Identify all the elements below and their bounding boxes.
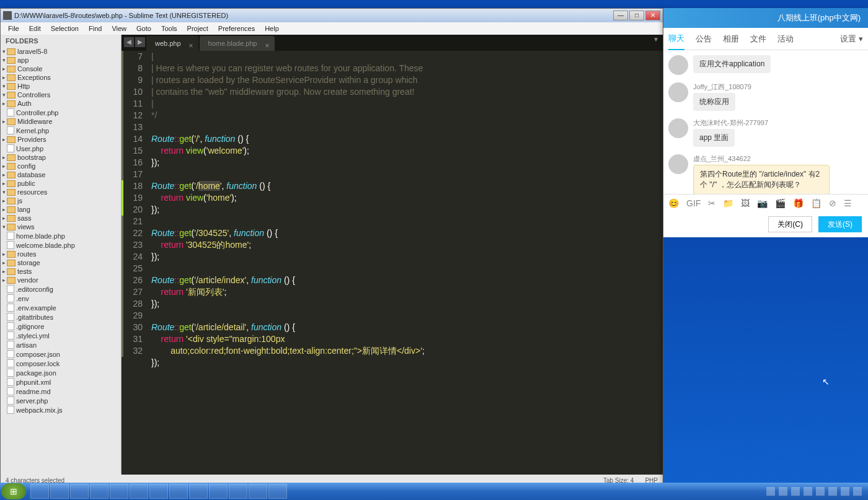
tray-icon[interactable] bbox=[828, 487, 837, 496]
expand-arrow-icon[interactable]: ▸ bbox=[1, 66, 7, 72]
close-chat-button[interactable]: 关闭(C) bbox=[768, 216, 812, 232]
tray-icon[interactable] bbox=[853, 487, 862, 496]
menu-find[interactable]: Find bbox=[84, 24, 107, 33]
expand-arrow-icon[interactable]: ▾ bbox=[1, 92, 7, 98]
folder-item-routes[interactable]: ▸routes bbox=[1, 250, 121, 258]
file-item-webpack-mix-js[interactable]: webpack.mix.js bbox=[1, 405, 121, 414]
expand-arrow-icon[interactable]: ▾ bbox=[1, 83, 7, 89]
task-item[interactable] bbox=[249, 484, 267, 499]
expand-arrow-icon[interactable]: ▸ bbox=[1, 118, 7, 125]
task-item[interactable] bbox=[209, 484, 228, 499]
msg-bubble[interactable]: 统称应用 bbox=[693, 93, 735, 111]
expand-arrow-icon[interactable]: ▾ bbox=[1, 57, 7, 63]
file-item-server-php[interactable]: server.php bbox=[1, 396, 121, 405]
task-item[interactable] bbox=[50, 484, 69, 499]
menu-preferences[interactable]: Preferences bbox=[213, 24, 260, 33]
nav-fwd-icon[interactable]: ▶ bbox=[135, 37, 145, 47]
menu-project[interactable]: Project bbox=[182, 24, 213, 33]
chat-tab-2[interactable]: 相册 bbox=[723, 29, 739, 50]
folder-item-config[interactable]: ▸config bbox=[1, 162, 121, 170]
tab-web-php[interactable]: web.php× bbox=[146, 36, 198, 51]
close-button[interactable]: ✕ bbox=[645, 11, 660, 20]
menu-help[interactable]: Help bbox=[260, 24, 284, 33]
sidebar[interactable]: FOLDERS ▾laravel5-8▾app▸Console▸Exceptio… bbox=[1, 35, 122, 475]
folder-item-app[interactable]: ▾app bbox=[1, 56, 121, 64]
expand-arrow-icon[interactable]: ▸ bbox=[1, 74, 7, 81]
file-item-controller-php[interactable]: Controller.php bbox=[1, 108, 121, 117]
tab-home-blade-php[interactable]: home.blade.php× bbox=[200, 36, 275, 51]
folder-item-vendor[interactable]: ▸vendor bbox=[1, 276, 121, 284]
folder-item-exceptions[interactable]: ▸Exceptions bbox=[1, 73, 121, 82]
folder-item-http[interactable]: ▾Http bbox=[1, 82, 121, 90]
chat-tool-icon[interactable]: 🎬 bbox=[775, 198, 786, 208]
chat-tool-icon[interactable]: GIF bbox=[686, 198, 701, 208]
folder-item-js[interactable]: ▸js bbox=[1, 196, 121, 205]
expand-arrow-icon[interactable]: ▸ bbox=[1, 100, 7, 107]
folder-item-storage[interactable]: ▸storage bbox=[1, 258, 121, 267]
file-item--gitignore[interactable]: .gitignore bbox=[1, 322, 121, 331]
nav-back-icon[interactable]: ◀ bbox=[124, 37, 134, 47]
task-item[interactable] bbox=[229, 484, 247, 499]
menu-goto[interactable]: Goto bbox=[131, 24, 156, 33]
tray-icon[interactable] bbox=[816, 487, 825, 496]
menu-file[interactable]: File bbox=[3, 24, 24, 33]
file-item-artisan[interactable]: artisan bbox=[1, 340, 121, 349]
file-item--styleci-yml[interactable]: .styleci.yml bbox=[1, 331, 121, 340]
folder-item-sass[interactable]: ▸sass bbox=[1, 214, 121, 222]
folder-item-views[interactable]: ▾views bbox=[1, 222, 121, 231]
folder-item-bootstrap[interactable]: ▸bootstrap bbox=[1, 153, 121, 162]
folder-item-laravel5-8[interactable]: ▾laravel5-8 bbox=[1, 47, 121, 56]
chat-tool-icon[interactable]: ✂ bbox=[708, 198, 715, 208]
expand-arrow-icon[interactable]: ▸ bbox=[1, 198, 7, 204]
file-item-readme-md[interactable]: readme.md bbox=[1, 387, 121, 396]
avatar[interactable] bbox=[668, 154, 688, 174]
chat-tool-icon[interactable]: 📁 bbox=[723, 198, 733, 208]
task-item[interactable] bbox=[189, 484, 208, 499]
tab-overflow-icon[interactable]: ▼ bbox=[653, 36, 659, 43]
expand-arrow-icon[interactable]: ▸ bbox=[1, 206, 7, 213]
tray-icon[interactable] bbox=[804, 487, 812, 496]
chat-settings[interactable]: 设置 ▾ bbox=[840, 29, 863, 50]
chat-tool-icon[interactable]: 📋 bbox=[811, 198, 822, 208]
chat-messages[interactable]: 应用文件applicationJoffy_江西_108079统称应用大泡沫时代-… bbox=[663, 50, 868, 194]
msg-bubble[interactable]: app 里面 bbox=[693, 129, 735, 147]
tray-icon[interactable] bbox=[791, 487, 800, 496]
avatar[interactable] bbox=[668, 118, 688, 138]
file-item-kernel-php[interactable]: Kernel.php bbox=[1, 126, 121, 135]
task-item[interactable] bbox=[30, 484, 49, 499]
file-item-composer-lock[interactable]: composer.lock bbox=[1, 359, 121, 368]
tray-icon[interactable] bbox=[766, 487, 775, 496]
folder-item-lang[interactable]: ▸lang bbox=[1, 205, 121, 214]
msg-bubble[interactable]: 应用文件application bbox=[693, 55, 771, 73]
start-button[interactable] bbox=[1, 483, 26, 499]
menu-tools[interactable]: Tools bbox=[156, 24, 182, 33]
menu-view[interactable]: View bbox=[107, 24, 131, 33]
expand-arrow-icon[interactable]: ▸ bbox=[1, 277, 7, 283]
maximize-button[interactable]: □ bbox=[629, 11, 644, 20]
chat-tool-icon[interactable]: ⊘ bbox=[829, 198, 836, 208]
taskbar[interactable] bbox=[0, 483, 868, 500]
chat-tool-icon[interactable]: ☰ bbox=[844, 198, 852, 208]
tray-icon[interactable] bbox=[779, 487, 787, 496]
task-item[interactable] bbox=[90, 484, 108, 499]
chat-tab-1[interactable]: 公告 bbox=[696, 29, 712, 50]
tray-icon[interactable] bbox=[841, 487, 849, 496]
chat-title-bar[interactable]: 八期线上班(php中文网) bbox=[663, 8, 868, 28]
expand-arrow-icon[interactable]: ▸ bbox=[1, 136, 7, 143]
chat-tab-0[interactable]: 聊天 bbox=[668, 28, 684, 50]
tab-close-icon[interactable]: × bbox=[265, 38, 269, 53]
file-item--env[interactable]: .env bbox=[1, 294, 121, 303]
chat-tool-icon[interactable]: 😊 bbox=[668, 198, 679, 208]
folder-item-public[interactable]: ▸public bbox=[1, 179, 121, 188]
task-item[interactable] bbox=[70, 484, 89, 499]
expand-arrow-icon[interactable]: ▸ bbox=[1, 154, 7, 160]
send-button[interactable]: 发送(S) bbox=[818, 216, 862, 232]
expand-arrow-icon[interactable]: ▸ bbox=[1, 260, 7, 266]
expand-arrow-icon[interactable]: ▸ bbox=[1, 268, 7, 274]
folder-item-auth[interactable]: ▸Auth bbox=[1, 99, 121, 108]
system-tray[interactable] bbox=[766, 487, 867, 496]
expand-arrow-icon[interactable]: ▾ bbox=[1, 224, 7, 230]
expand-arrow-icon[interactable]: ▸ bbox=[1, 163, 7, 169]
file-item--env-example[interactable]: .env.example bbox=[1, 303, 121, 312]
chat-tab-4[interactable]: 活动 bbox=[777, 29, 794, 50]
